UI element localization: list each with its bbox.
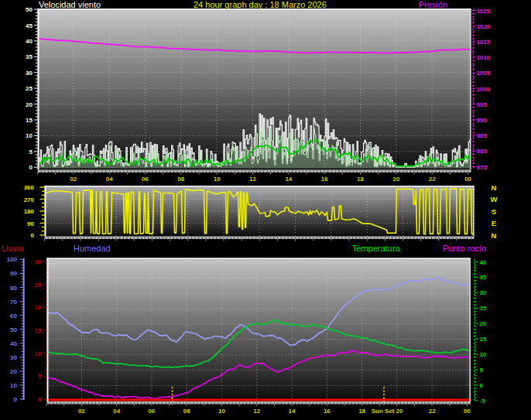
svg-text:35: 35 bbox=[26, 53, 33, 60]
svg-text:40: 40 bbox=[480, 259, 487, 266]
svg-text:10: 10 bbox=[10, 382, 17, 389]
svg-text:30: 30 bbox=[480, 289, 487, 296]
svg-text:0: 0 bbox=[480, 382, 484, 389]
svg-text:06: 06 bbox=[142, 176, 149, 183]
svg-text:08: 08 bbox=[177, 176, 184, 183]
svg-text:980: 980 bbox=[477, 148, 488, 155]
svg-text:Punto rocío: Punto rocío bbox=[443, 244, 486, 253]
svg-text:985: 985 bbox=[477, 132, 488, 139]
svg-text:1015: 1015 bbox=[477, 39, 491, 46]
svg-text:0: 0 bbox=[38, 396, 42, 403]
svg-text:Velocidad viento: Velocidad viento bbox=[39, 0, 101, 9]
svg-text:30: 30 bbox=[35, 258, 42, 265]
svg-text:1010: 1010 bbox=[477, 54, 491, 61]
svg-text:Lluvia: Lluvia bbox=[2, 244, 25, 253]
svg-text:35: 35 bbox=[480, 274, 487, 281]
svg-text:90: 90 bbox=[10, 270, 17, 277]
svg-text:22: 22 bbox=[429, 408, 436, 415]
svg-text:20: 20 bbox=[10, 368, 17, 375]
svg-text:0: 0 bbox=[31, 232, 35, 239]
svg-text:20: 20 bbox=[35, 304, 42, 311]
svg-text:15: 15 bbox=[35, 327, 42, 334]
svg-text:20: 20 bbox=[26, 101, 33, 108]
svg-text:Presión: Presión bbox=[419, 0, 447, 9]
svg-text:12: 12 bbox=[249, 176, 256, 183]
svg-text:90: 90 bbox=[27, 220, 34, 227]
svg-text:00: 00 bbox=[464, 176, 471, 183]
svg-text:10: 10 bbox=[35, 350, 42, 357]
svg-text:50: 50 bbox=[10, 326, 17, 333]
svg-text:20: 20 bbox=[396, 408, 403, 415]
svg-text:00: 00 bbox=[464, 408, 471, 415]
svg-text:990: 990 bbox=[477, 117, 488, 124]
svg-text:06: 06 bbox=[148, 408, 155, 415]
svg-text:S: S bbox=[492, 207, 496, 216]
svg-text:995: 995 bbox=[477, 101, 488, 108]
svg-text:1000: 1000 bbox=[477, 86, 491, 93]
svg-text:20: 20 bbox=[480, 320, 487, 327]
svg-text:08: 08 bbox=[183, 408, 190, 415]
svg-text:360: 360 bbox=[24, 184, 35, 191]
svg-text:1020: 1020 bbox=[477, 23, 491, 30]
svg-text:60: 60 bbox=[10, 312, 17, 319]
svg-text:1025: 1025 bbox=[477, 8, 491, 15]
svg-text:40: 40 bbox=[26, 38, 33, 45]
svg-text:02: 02 bbox=[70, 176, 77, 183]
svg-text:18: 18 bbox=[358, 408, 365, 415]
svg-text:Sun Set: Sun Set bbox=[372, 408, 395, 415]
svg-text:45: 45 bbox=[26, 22, 33, 29]
svg-text:E: E bbox=[492, 219, 496, 227]
svg-text:20: 20 bbox=[392, 176, 399, 183]
svg-text:N: N bbox=[492, 231, 497, 240]
svg-text:10: 10 bbox=[218, 408, 225, 415]
svg-text:16: 16 bbox=[324, 408, 331, 415]
svg-text:Humedad: Humedad bbox=[74, 244, 111, 253]
svg-text:5: 5 bbox=[29, 149, 33, 155]
svg-text:24 hour graph day : 18 Marzo 2: 24 hour graph day : 18 Marzo 2026 bbox=[194, 0, 327, 9]
svg-text:10: 10 bbox=[214, 176, 221, 183]
svg-text:10: 10 bbox=[26, 132, 33, 139]
svg-text:1005: 1005 bbox=[477, 70, 491, 77]
svg-text:12: 12 bbox=[253, 408, 260, 415]
svg-text:22: 22 bbox=[429, 176, 436, 183]
svg-text:18: 18 bbox=[357, 176, 364, 183]
svg-text:40: 40 bbox=[10, 340, 17, 347]
svg-text:30: 30 bbox=[10, 354, 17, 361]
svg-text:16: 16 bbox=[321, 176, 328, 183]
svg-text:180: 180 bbox=[24, 208, 35, 215]
svg-text:N: N bbox=[492, 183, 497, 192]
svg-text:15: 15 bbox=[480, 336, 487, 343]
svg-text:25: 25 bbox=[35, 282, 42, 289]
svg-text:70: 70 bbox=[10, 299, 17, 306]
svg-text:50: 50 bbox=[26, 6, 33, 13]
svg-text:25: 25 bbox=[480, 305, 487, 312]
svg-text:10: 10 bbox=[480, 351, 487, 358]
svg-text:5: 5 bbox=[38, 373, 42, 380]
svg-text:0: 0 bbox=[14, 396, 18, 403]
svg-text:14: 14 bbox=[289, 408, 296, 415]
svg-text:80: 80 bbox=[10, 285, 17, 292]
svg-text:25: 25 bbox=[26, 85, 33, 92]
svg-text:14: 14 bbox=[285, 176, 292, 183]
svg-text:100: 100 bbox=[7, 256, 18, 263]
svg-text:5: 5 bbox=[480, 367, 484, 374]
svg-text:270: 270 bbox=[24, 196, 35, 203]
svg-text:W: W bbox=[491, 195, 498, 203]
svg-text:975: 975 bbox=[477, 164, 488, 171]
svg-text:15: 15 bbox=[26, 117, 33, 124]
svg-text:30: 30 bbox=[26, 70, 33, 77]
svg-text:Temperatura: Temperatura bbox=[352, 244, 401, 253]
svg-text:04: 04 bbox=[106, 176, 113, 183]
svg-text:0: 0 bbox=[29, 164, 33, 171]
svg-text:02: 02 bbox=[78, 408, 85, 415]
svg-text:-5: -5 bbox=[480, 398, 486, 405]
svg-text:04: 04 bbox=[113, 408, 120, 415]
